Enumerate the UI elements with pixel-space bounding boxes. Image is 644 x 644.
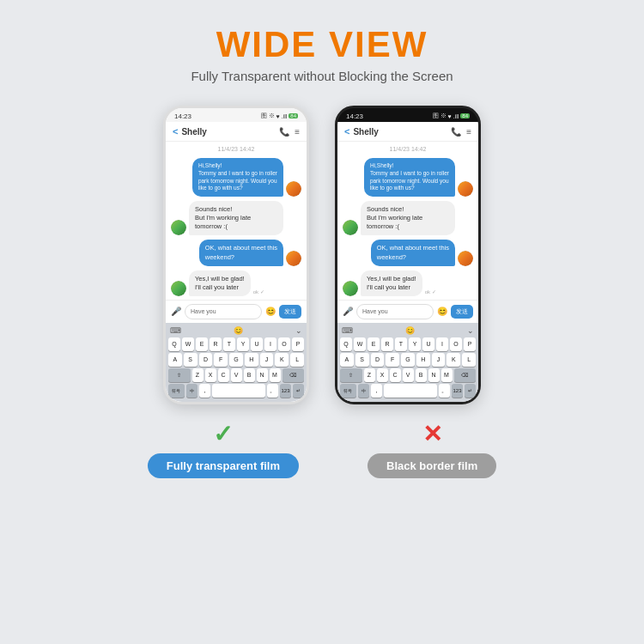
kb-emoji-left: 😊 bbox=[234, 326, 243, 335]
avatar-right-3 bbox=[458, 251, 473, 266]
key-z-r[interactable]: Z bbox=[364, 368, 375, 382]
key-a-r[interactable]: A bbox=[340, 353, 354, 367]
key-chinese[interactable]: 中 bbox=[186, 384, 197, 398]
key-h-r[interactable]: H bbox=[416, 353, 430, 367]
key-r-r[interactable]: R bbox=[381, 337, 393, 351]
chat-app-left: < Shelly 📞 ≡ 11/4/23 14:42 Hi,Shelly!Tom… bbox=[166, 122, 307, 402]
key-comma-r[interactable]: ， bbox=[371, 384, 382, 398]
msg-right-3: OK, what about meet thisweekend? bbox=[343, 240, 473, 265]
key-i[interactable]: I bbox=[264, 337, 276, 351]
header: WIDE VIEW Fully Transparent without Bloc… bbox=[191, 0, 453, 90]
keyboard-right: ⌨ 😊 ⌄ Q W E R T Y U I O P A bbox=[337, 323, 478, 402]
key-p-r[interactable]: P bbox=[464, 337, 476, 351]
transparent-film-badge: Fully transparent film bbox=[148, 453, 299, 478]
key-x-r[interactable]: X bbox=[377, 368, 388, 382]
messages-right: Hi,Shelly!Tommy and I want to go in roll… bbox=[337, 155, 478, 300]
key-n-r[interactable]: N bbox=[428, 368, 440, 382]
msg-left-1: Hi,Shelly!Tommy and I want to go in roll… bbox=[171, 158, 301, 197]
send-btn-right[interactable]: 发送 bbox=[451, 305, 473, 319]
avatar-right-2 bbox=[343, 220, 358, 235]
page-title: WIDE VIEW bbox=[191, 24, 453, 65]
key-x[interactable]: X bbox=[205, 368, 216, 382]
key-e-r[interactable]: E bbox=[368, 337, 380, 351]
emoji-icon-left: 😊 bbox=[265, 307, 276, 316]
key-shift-r[interactable]: ⇧ bbox=[340, 368, 362, 382]
black-border-badge: Black border film bbox=[368, 453, 496, 478]
key-space-r[interactable] bbox=[384, 384, 437, 398]
key-space[interactable] bbox=[212, 384, 265, 398]
avatar-left-4 bbox=[171, 281, 186, 296]
key-l[interactable]: L bbox=[290, 353, 304, 367]
key-k-r[interactable]: K bbox=[447, 353, 460, 367]
key-m-r[interactable]: M bbox=[441, 368, 453, 382]
key-j-r[interactable]: J bbox=[432, 353, 446, 367]
key-m[interactable]: M bbox=[270, 368, 281, 382]
key-symbols-r[interactable]: 符号 bbox=[340, 384, 356, 398]
key-d[interactable]: D bbox=[199, 353, 213, 367]
input-field-left[interactable]: Have you bbox=[185, 304, 262, 319]
key-s-r[interactable]: S bbox=[355, 353, 369, 367]
key-v[interactable]: V bbox=[231, 368, 242, 382]
key-r[interactable]: R bbox=[210, 337, 222, 351]
msg-right-1: Hi,Shelly!Tommy and I want to go in roll… bbox=[343, 158, 473, 197]
bubble-right-4: Yes,I will be glad!I'll call you later bbox=[361, 270, 422, 296]
key-f-r[interactable]: F bbox=[386, 353, 399, 367]
key-comma[interactable]: ， bbox=[199, 384, 210, 398]
key-enter[interactable]: ↵ bbox=[293, 384, 304, 398]
key-enter-r[interactable]: ↵ bbox=[465, 384, 476, 398]
key-i-r[interactable]: I bbox=[436, 337, 448, 351]
key-v-r[interactable]: V bbox=[403, 368, 414, 382]
key-t[interactable]: T bbox=[223, 337, 235, 351]
key-period[interactable]: 。 bbox=[267, 384, 278, 398]
checkmark-icon: ✓ bbox=[213, 420, 233, 448]
key-f[interactable]: F bbox=[214, 353, 228, 367]
key-h[interactable]: H bbox=[245, 353, 258, 367]
key-b[interactable]: B bbox=[244, 368, 255, 382]
bubble-left-2: Sounds nice!But I'm working late tomorro… bbox=[189, 201, 283, 235]
avatar-left-2 bbox=[171, 220, 186, 235]
key-y-r[interactable]: Y bbox=[409, 337, 421, 351]
labels-row: ✓ Fully transparent film ✕ Black border … bbox=[148, 420, 496, 478]
key-backspace-r[interactable]: ⌫ bbox=[454, 368, 477, 382]
msg-left-2: Sounds nice!But I'm working late tomorro… bbox=[171, 201, 301, 235]
key-c-r[interactable]: C bbox=[390, 368, 401, 382]
key-p[interactable]: P bbox=[292, 337, 304, 351]
key-chinese-r[interactable]: 中 bbox=[358, 384, 369, 398]
key-t-r[interactable]: T bbox=[395, 337, 407, 351]
key-a[interactable]: A bbox=[168, 353, 182, 367]
key-g[interactable]: G bbox=[229, 353, 243, 367]
key-l-r[interactable]: L bbox=[462, 353, 476, 367]
input-field-right[interactable]: Have you bbox=[356, 304, 434, 319]
key-q[interactable]: Q bbox=[168, 337, 180, 351]
key-y[interactable]: Y bbox=[237, 337, 249, 351]
key-123[interactable]: 123 bbox=[280, 384, 291, 398]
key-g-r[interactable]: G bbox=[401, 353, 415, 367]
key-u-r[interactable]: U bbox=[422, 337, 434, 351]
key-q-r[interactable]: Q bbox=[340, 337, 352, 351]
key-u[interactable]: U bbox=[251, 337, 263, 351]
key-o-r[interactable]: O bbox=[450, 337, 462, 351]
send-btn-left[interactable]: 发送 bbox=[279, 305, 301, 319]
key-c[interactable]: C bbox=[218, 368, 229, 382]
key-w-r[interactable]: W bbox=[354, 337, 366, 351]
msg-left-3: OK, what about meet thisweekend? bbox=[171, 240, 301, 265]
key-w[interactable]: W bbox=[182, 337, 194, 351]
key-symbols[interactable]: 符号 bbox=[168, 384, 185, 398]
key-shift[interactable]: ⇧ bbox=[168, 368, 191, 382]
msg-left-4: Yes,I will be glad!I'll call you later o… bbox=[171, 270, 301, 296]
check-label-left: ✓ Fully transparent film bbox=[148, 420, 299, 478]
kb-down-left: ⌄ bbox=[295, 326, 302, 335]
key-backspace[interactable]: ⌫ bbox=[283, 368, 305, 382]
key-b-r[interactable]: B bbox=[416, 368, 427, 382]
key-z[interactable]: Z bbox=[192, 368, 204, 382]
key-n[interactable]: N bbox=[257, 368, 268, 382]
avatar-right-1 bbox=[458, 181, 473, 197]
key-period-r[interactable]: 。 bbox=[439, 384, 450, 398]
key-k[interactable]: K bbox=[275, 353, 289, 367]
key-d-r[interactable]: D bbox=[371, 353, 385, 367]
key-s[interactable]: S bbox=[184, 353, 197, 367]
key-123-r[interactable]: 123 bbox=[452, 384, 463, 398]
key-j[interactable]: J bbox=[260, 353, 274, 367]
key-e[interactable]: E bbox=[196, 337, 208, 351]
key-o[interactable]: O bbox=[278, 337, 290, 351]
